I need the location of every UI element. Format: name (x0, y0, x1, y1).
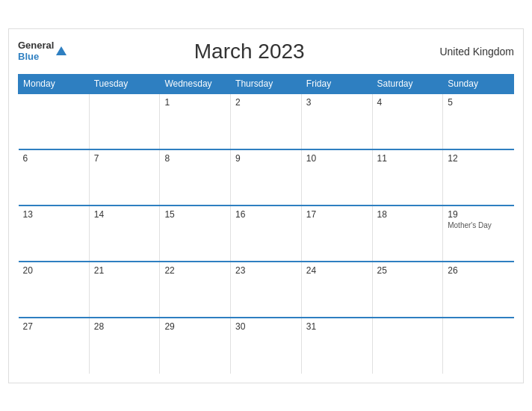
header-saturday: Saturday (372, 74, 443, 93)
day-number: 31 (306, 321, 316, 332)
day-number: 4 (377, 97, 383, 108)
calendar-cell-w1-d3: 1 (160, 93, 231, 149)
day-number: 17 (306, 209, 316, 220)
calendar-cell-w4-d4: 23 (231, 262, 302, 318)
calendar-cell-w2-d5: 10 (301, 149, 372, 206)
day-number: 22 (164, 265, 174, 276)
day-number: 5 (448, 97, 453, 108)
calendar-cell-w2-d2: 7 (89, 149, 160, 206)
calendar-container: General Blue March 2023 United Kingdom M… (8, 28, 524, 383)
day-number: 10 (306, 153, 316, 164)
logo-blue: Blue (18, 52, 54, 62)
week-row-2: 6789101112 (19, 149, 514, 206)
day-number: 27 (23, 321, 33, 332)
day-number: 12 (448, 153, 457, 164)
calendar-cell-w1-d7: 5 (443, 93, 514, 149)
calendar-cell-w5-d4: 30 (231, 318, 302, 374)
calendar-cell-w2-d6: 11 (372, 149, 443, 206)
day-number: 6 (23, 153, 28, 164)
header-wednesday: Wednesday (160, 74, 231, 93)
calendar-cell-w3-d4: 16 (231, 206, 302, 262)
day-number: 20 (23, 265, 33, 276)
calendar-cell-w3-d1: 13 (19, 206, 90, 262)
header-thursday: Thursday (231, 74, 302, 93)
day-number: 3 (306, 97, 312, 108)
calendar-cell-w3-d5: 17 (301, 206, 372, 262)
week-row-3: 13141516171819Mother's Day (19, 206, 514, 262)
calendar-cell-w1-d2 (89, 93, 160, 149)
calendar-cell-w5-d6 (372, 318, 443, 374)
day-number: 26 (448, 265, 457, 276)
calendar-cell-w5-d5: 31 (301, 318, 372, 374)
calendar-cell-w4-d3: 22 (160, 262, 231, 318)
day-number: 8 (164, 153, 170, 164)
calendar-header: General Blue March 2023 United Kingdom (18, 37, 514, 67)
calendar-cell-w5-d3: 29 (160, 318, 231, 374)
calendar-cell-w1-d1 (19, 93, 90, 149)
day-number: 11 (377, 153, 387, 164)
day-number: 9 (235, 153, 241, 164)
day-number: 18 (377, 209, 387, 220)
calendar-cell-w3-d6: 18 (372, 206, 443, 262)
day-number: 23 (235, 265, 245, 276)
calendar-cell-w1-d5: 3 (301, 93, 372, 149)
day-number: 25 (377, 265, 387, 276)
day-event: Mother's Day (448, 221, 492, 229)
header-sunday: Sunday (443, 74, 514, 93)
week-row-4: 20212223242526 (19, 262, 514, 318)
calendar-cell-w2-d3: 8 (160, 149, 231, 206)
calendar-country: United Kingdom (432, 46, 514, 58)
calendar-cell-w1-d6: 4 (372, 93, 443, 149)
logo: General Blue (18, 40, 66, 62)
calendar-cell-w4-d1: 20 (19, 262, 90, 318)
calendar-cell-w3-d7: 19Mother's Day (443, 206, 514, 262)
calendar-title: March 2023 (66, 40, 432, 64)
day-number: 24 (306, 265, 316, 276)
calendar-cell-w3-d3: 15 (160, 206, 231, 262)
day-number: 7 (94, 153, 99, 164)
day-number: 14 (94, 209, 104, 220)
header-monday: Monday (19, 74, 90, 93)
day-number: 29 (164, 321, 174, 332)
day-number: 21 (94, 265, 104, 276)
calendar-cell-w5-d1: 27 (19, 318, 90, 374)
day-number: 19 (448, 209, 457, 220)
calendar-cell-w2-d4: 9 (231, 149, 302, 206)
calendar-cell-w2-d1: 6 (19, 149, 90, 206)
week-row-1: 12345 (19, 93, 514, 149)
day-number: 28 (94, 321, 104, 332)
header-friday: Friday (301, 74, 372, 93)
calendar-cell-w4-d5: 24 (301, 262, 372, 318)
weekday-header-row: Monday Tuesday Wednesday Thursday Friday… (19, 74, 514, 93)
day-number: 1 (164, 97, 170, 108)
calendar-cell-w4-d7: 26 (443, 262, 514, 318)
logo-general: General (18, 40, 54, 51)
logo-triangle-icon (56, 46, 66, 55)
header-tuesday: Tuesday (89, 74, 160, 93)
day-number: 13 (23, 209, 33, 220)
calendar-cell-w5-d2: 28 (89, 318, 160, 374)
calendar-cell-w2-d7: 12 (443, 149, 514, 206)
day-number: 15 (164, 209, 174, 220)
calendar-cell-w1-d4: 2 (231, 93, 302, 149)
day-number: 16 (235, 209, 245, 220)
calendar-cell-w3-d2: 14 (89, 206, 160, 262)
week-row-5: 2728293031 (19, 318, 514, 374)
calendar-cell-w4-d6: 25 (372, 262, 443, 318)
calendar-cell-w4-d2: 21 (89, 262, 160, 318)
day-number: 2 (235, 97, 241, 108)
calendar-grid: Monday Tuesday Wednesday Thursday Friday… (18, 74, 514, 374)
calendar-cell-w5-d7 (443, 318, 514, 374)
day-number: 30 (235, 321, 245, 332)
